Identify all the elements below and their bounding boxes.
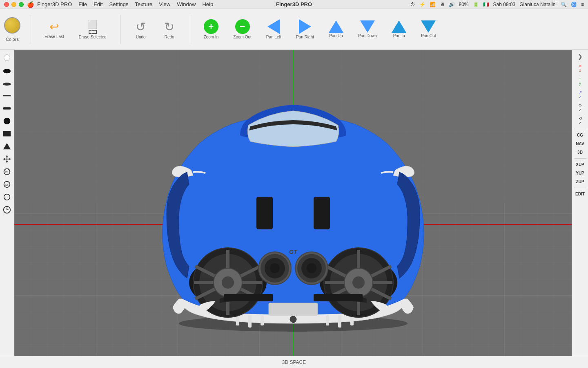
selection-box-icon <box>89 30 97 34</box>
pan-out-button[interactable]: Pan Out <box>418 19 439 40</box>
black-circle-tool[interactable] <box>1 65 13 76</box>
eraser-icon: ⬜ <box>87 20 98 29</box>
menu-view[interactable]: View <box>159 1 170 7</box>
status-text: 3D SPACE <box>282 359 306 365</box>
pan-in-button[interactable]: Pan In <box>388 19 410 40</box>
yup-button[interactable]: YUP <box>573 170 588 177</box>
pan-in-label: Pan In <box>393 34 405 38</box>
axis-y-button[interactable]: ↑y <box>574 76 587 87</box>
rect-tool[interactable] <box>1 128 13 139</box>
main-toolbar: Colors ↩ Erase Last ⬜ Erase Selected ↺ U… <box>0 9 588 50</box>
divider-3 <box>190 15 190 44</box>
pan-left-button[interactable]: Pan Left <box>263 18 285 41</box>
menu-file[interactable]: File <box>78 1 87 7</box>
svg-point-55 <box>270 263 280 273</box>
pan-left-icon <box>267 19 280 34</box>
battery-icon: 🔋 <box>473 2 479 7</box>
undo-button[interactable]: ↺ Undo <box>131 18 151 41</box>
zoom-in-icon: + <box>204 19 218 34</box>
move-tool[interactable] <box>1 153 13 165</box>
search-icon[interactable]: 🔍 <box>561 2 567 7</box>
svg-point-43 <box>222 276 234 289</box>
svg-rect-6 <box>3 131 11 137</box>
rotate-z2-button[interactable]: ⟲z <box>574 115 587 126</box>
fullscreen-button[interactable] <box>19 2 24 7</box>
undo-icon: ↺ <box>136 20 146 34</box>
flat-shape-tool[interactable] <box>1 77 13 89</box>
left-toolbar: XY XZ YZ <box>0 50 14 356</box>
redo-button[interactable]: ↻ Redo <box>159 18 180 41</box>
right-divider-1 <box>574 129 586 129</box>
svg-text:GT: GT <box>289 249 298 255</box>
zoom-out-button[interactable]: − Zoom Out <box>230 18 254 41</box>
window-title: Finger3D PRO <box>276 0 312 9</box>
zoom-in-label: Zoom In <box>204 35 219 39</box>
pan-down-label: Pan Down <box>358 34 377 38</box>
cone-tool[interactable] <box>1 141 13 152</box>
menu-edit[interactable]: Edit <box>94 1 102 7</box>
close-button[interactable] <box>4 2 9 7</box>
pan-down-button[interactable]: Pan Down <box>355 19 380 40</box>
circle-fill-tool[interactable] <box>1 115 13 127</box>
colors-section: Colors <box>4 17 20 42</box>
menu-window[interactable]: Window <box>177 1 196 7</box>
erase-last-label: Erase Last <box>45 34 64 39</box>
white-dot-tool[interactable] <box>1 52 13 63</box>
axis-z-button[interactable]: ↗z <box>574 89 587 100</box>
pan-up-icon <box>329 20 343 33</box>
minimize-button[interactable] <box>11 2 16 7</box>
pan-right-icon <box>299 19 311 34</box>
svg-marker-7 <box>3 143 11 150</box>
pan-left-label: Pan Left <box>266 35 281 39</box>
erase-selected-button[interactable]: ⬜ Erase Selected <box>76 18 110 41</box>
pan-right-button[interactable]: Pan Right <box>293 18 317 41</box>
rotate-xy-tool[interactable]: XY <box>1 166 13 177</box>
svg-text:YZ: YZ <box>5 196 8 199</box>
svg-marker-10 <box>6 155 8 157</box>
rotate-z-button[interactable]: ⟳z <box>574 102 587 113</box>
erase-last-button[interactable]: ↩ Erase Last <box>41 18 67 40</box>
battery-text: 80% <box>459 2 469 7</box>
collapse-right-button[interactable]: ❯ <box>574 52 587 61</box>
flat-dark-tool[interactable] <box>1 103 13 114</box>
pan-up-button[interactable]: Pan Up <box>325 19 347 40</box>
svg-marker-11 <box>6 161 8 163</box>
menu-texture[interactable]: Texture <box>135 1 153 7</box>
cg-button[interactable]: CG <box>573 132 588 139</box>
erase-selected-icon: ⬜ <box>87 20 98 34</box>
pan-down-icon <box>360 20 375 33</box>
svg-marker-12 <box>3 158 5 160</box>
axis-x-button[interactable]: ✕x <box>574 63 587 74</box>
zoom-in-button[interactable]: + Zoom In <box>200 18 222 41</box>
svg-point-0 <box>4 55 10 61</box>
nav-button[interactable]: NAV <box>573 140 588 147</box>
menu-help[interactable]: Help <box>202 1 213 7</box>
xup-button[interactable]: XUP <box>573 161 588 168</box>
clock-tool[interactable] <box>1 204 13 215</box>
line-tool[interactable] <box>1 90 13 101</box>
svg-point-66 <box>290 316 296 323</box>
status-bar: 3D SPACE <box>0 356 588 368</box>
rotate-yz-tool[interactable]: YZ <box>1 191 13 203</box>
control-icon[interactable]: ≡ <box>581 2 584 7</box>
edit-button[interactable]: EDIT <box>573 191 588 197</box>
zup-button[interactable]: ZUP <box>573 178 588 185</box>
svg-rect-60 <box>224 294 273 301</box>
car-svg: GT <box>109 70 477 336</box>
siri-icon[interactable]: 🌀 <box>571 2 577 7</box>
bluetooth-icon: ⚡ <box>419 2 425 7</box>
colors-label: Colors <box>6 37 19 42</box>
erase-selected-label: Erase Selected <box>79 35 107 39</box>
color-swatch[interactable] <box>4 17 20 34</box>
svg-marker-13 <box>9 158 11 160</box>
traffic-lights <box>4 2 24 7</box>
right-panel: ❯ ✕x ↑y ↗z ⟳z ⟲z CG NAV 3D XUP YUP ZUP E… <box>572 50 588 356</box>
svg-rect-28 <box>236 315 239 325</box>
viewport[interactable]: GT <box>14 50 572 356</box>
3d-button[interactable]: 3D <box>573 149 588 156</box>
rotate-xz-tool[interactable]: XZ <box>1 179 13 190</box>
menu-settings[interactable]: Settings <box>109 1 129 7</box>
screen-icon: 🖥 <box>440 2 445 7</box>
zoom-out-label: Zoom Out <box>233 35 251 39</box>
menu-finger3d[interactable]: Finger3D PRO <box>37 1 72 7</box>
